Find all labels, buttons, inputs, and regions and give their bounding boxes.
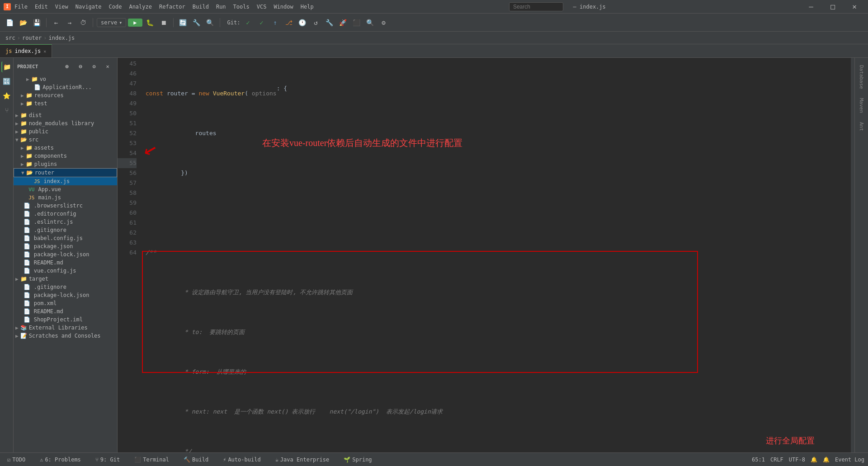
todo-tab[interactable]: ☑ TODO bbox=[4, 455, 29, 465]
code-content[interactable]: const router = new VueRouter( options: {… bbox=[140, 58, 851, 452]
save-button[interactable]: 💾 bbox=[31, 17, 42, 28]
maven-panel[interactable]: Maven bbox=[857, 94, 866, 117]
settings-toolbar-button[interactable]: ⚙ bbox=[378, 17, 390, 28]
git-tick-icon[interactable]: ✓ bbox=[256, 17, 268, 28]
tree-item-node-modules[interactable]: ▶📁node_modules library bbox=[14, 119, 117, 127]
git-branch-icon[interactable]: ⎇ bbox=[283, 17, 295, 28]
encoding-status[interactable]: UTF-8 bbox=[789, 457, 805, 463]
terminal-tab[interactable]: ⬛ Terminal bbox=[131, 455, 173, 465]
git-push-icon[interactable]: ↑ bbox=[269, 17, 281, 28]
tree-item-dist[interactable]: ▶📁dist bbox=[14, 111, 117, 119]
sync-button[interactable]: 🔄 bbox=[177, 17, 189, 28]
ant-panel[interactable]: Ant bbox=[857, 118, 866, 135]
tree-item-external-libraries[interactable]: ▶📚External Libraries bbox=[14, 324, 117, 332]
tree-item-src[interactable]: ▼📂src bbox=[14, 136, 117, 144]
tree-item-resources[interactable]: ▶📁resources bbox=[14, 91, 117, 99]
find-toolbar-button[interactable]: 🔍 bbox=[364, 17, 376, 28]
tree-item-public[interactable]: ▶📁public bbox=[14, 127, 117, 136]
wrench-button[interactable]: 🔧 bbox=[324, 17, 335, 28]
tree-item-appR[interactable]: 📄ApplicationR... bbox=[14, 83, 117, 91]
open-button[interactable]: 📂 bbox=[17, 17, 29, 28]
new-file-button[interactable]: 📄 bbox=[4, 17, 15, 28]
tree-item-target[interactable]: ▶📁target bbox=[14, 275, 117, 283]
activity-project-icon[interactable]: 📁 bbox=[1, 61, 12, 72]
tree-item-browserslist[interactable]: 📄 .browserslistrc bbox=[14, 202, 117, 210]
tree-item-vo[interactable]: ▶📁vo bbox=[14, 75, 117, 83]
problems-tab[interactable]: ⚠ 6: Problems bbox=[36, 455, 85, 465]
back-button[interactable]: ← bbox=[50, 17, 62, 28]
title-search-input[interactable] bbox=[509, 2, 563, 11]
autobuild-tab[interactable]: ⚡ Auto-build bbox=[219, 455, 264, 465]
menu-refactor[interactable]: Refactor bbox=[159, 4, 185, 10]
menu-window[interactable]: Window bbox=[274, 4, 293, 10]
run-button[interactable]: ▶ bbox=[128, 19, 142, 27]
breadcrumb-router[interactable]: router bbox=[22, 35, 42, 41]
debug-button[interactable]: 🐛 bbox=[144, 17, 156, 28]
breadcrumb-indexjs[interactable]: index.js bbox=[49, 35, 75, 41]
sidebar-expand-icon[interactable]: ⊕ bbox=[61, 61, 73, 72]
tree-item-packagelock2[interactable]: 📄 package-lock.json bbox=[14, 291, 117, 299]
menu-vcs[interactable]: VCS bbox=[257, 4, 267, 10]
close-button[interactable]: ✕ bbox=[844, 0, 864, 14]
notifications[interactable]: 🔔 bbox=[823, 457, 830, 463]
tab-indexjs[interactable]: js index.js ✕ bbox=[0, 44, 52, 57]
menu-run[interactable]: Run bbox=[216, 4, 226, 10]
tree-item-packagejson[interactable]: 📄 package.json bbox=[14, 242, 117, 250]
tree-item-assets[interactable]: ▶📁assets bbox=[14, 144, 117, 152]
sidebar-close-icon[interactable]: ✕ bbox=[102, 61, 113, 72]
tree-item-gitignore[interactable]: 📄 .gitignore bbox=[14, 226, 117, 234]
terminal-toolbar-button[interactable]: ⬛ bbox=[351, 17, 363, 28]
activity-structure-icon[interactable]: 🔣 bbox=[1, 76, 12, 87]
deploy-button[interactable]: 🚀 bbox=[337, 17, 349, 28]
tree-item-plugins[interactable]: ▶📁plugins bbox=[14, 160, 117, 168]
git-check-icon[interactable]: ✓ bbox=[242, 17, 254, 28]
line-ending-status[interactable]: CRLF bbox=[770, 457, 783, 463]
tools-button[interactable]: 🔧 bbox=[191, 17, 203, 28]
menu-code[interactable]: Code bbox=[109, 4, 122, 10]
tree-item-shopproject[interactable]: 📄 ShopProject.iml bbox=[14, 315, 117, 324]
tree-item-packagelock[interactable]: 📄 package-lock.json bbox=[14, 250, 117, 259]
minimize-button[interactable]: — bbox=[801, 0, 821, 14]
tree-item-components[interactable]: ▶📁components bbox=[14, 152, 117, 160]
tree-item-scratches[interactable]: ▶📝Scratches and Consoles bbox=[14, 332, 117, 340]
stop-button[interactable]: ⏹ bbox=[158, 17, 170, 28]
build-tab[interactable]: 🔨 Build bbox=[180, 455, 212, 465]
scrollbar[interactable] bbox=[851, 58, 854, 452]
tree-item-pomxml[interactable]: 📄 pom.xml bbox=[14, 299, 117, 307]
sidebar-collapse-icon[interactable]: ⊖ bbox=[75, 61, 86, 72]
window-controls[interactable]: — □ ✕ bbox=[801, 0, 864, 14]
tree-item-readme2[interactable]: 📄 README.md bbox=[14, 307, 117, 315]
java-enterprise-tab[interactable]: ☕ Java Enterprise bbox=[272, 455, 333, 465]
spring-tab[interactable]: 🌱 Spring bbox=[340, 455, 375, 465]
activity-git-icon[interactable]: ⑂ bbox=[1, 105, 12, 116]
tree-item-editorconfig[interactable]: 📄 .editorconfig bbox=[14, 210, 117, 218]
event-log[interactable]: Event Log bbox=[835, 457, 864, 463]
tab-close-button[interactable]: ✕ bbox=[43, 49, 46, 54]
menu-analyze[interactable]: Analyze bbox=[129, 4, 152, 10]
tree-item-eslintrc[interactable]: 📄 .eslintrc.js bbox=[14, 218, 117, 226]
position-status[interactable]: 65:1 bbox=[752, 457, 765, 463]
history-button[interactable]: 🕐 bbox=[297, 17, 308, 28]
recent-files-button[interactable]: ⏱ bbox=[77, 17, 89, 28]
menu-help[interactable]: Help bbox=[301, 4, 314, 10]
undo-button[interactable]: ↺ bbox=[310, 17, 322, 28]
menu-navigate[interactable]: Navigate bbox=[75, 4, 102, 10]
run-config-select[interactable]: serve ▾ bbox=[97, 18, 126, 27]
sidebar-settings-icon[interactable]: ⚙ bbox=[88, 61, 100, 72]
menu-view[interactable]: View bbox=[55, 4, 68, 10]
menu-build[interactable]: Build bbox=[193, 4, 209, 10]
tree-item-appvue[interactable]: VUApp.vue bbox=[14, 185, 117, 193]
menu-bar[interactable]: File Edit View Navigate Code Analyze Ref… bbox=[14, 4, 314, 10]
forward-button[interactable]: → bbox=[64, 17, 75, 28]
tree-item-readme[interactable]: 📄 README.md bbox=[14, 259, 117, 267]
menu-file[interactable]: File bbox=[14, 4, 28, 10]
database-panel[interactable]: Database bbox=[857, 61, 866, 93]
tree-item-router[interactable]: ▼📂router bbox=[14, 168, 117, 177]
search-button[interactable]: 🔍 bbox=[204, 17, 216, 28]
git-tab[interactable]: ⑂ 9: Git bbox=[92, 455, 123, 465]
tree-item-vueconfig[interactable]: 📄 vue.config.js bbox=[14, 267, 117, 275]
menu-edit[interactable]: Edit bbox=[35, 4, 48, 10]
breadcrumb-src[interactable]: src bbox=[5, 35, 15, 41]
menu-tools[interactable]: Tools bbox=[233, 4, 250, 10]
tree-item-indexjs[interactable]: JSindex.js bbox=[14, 177, 117, 185]
